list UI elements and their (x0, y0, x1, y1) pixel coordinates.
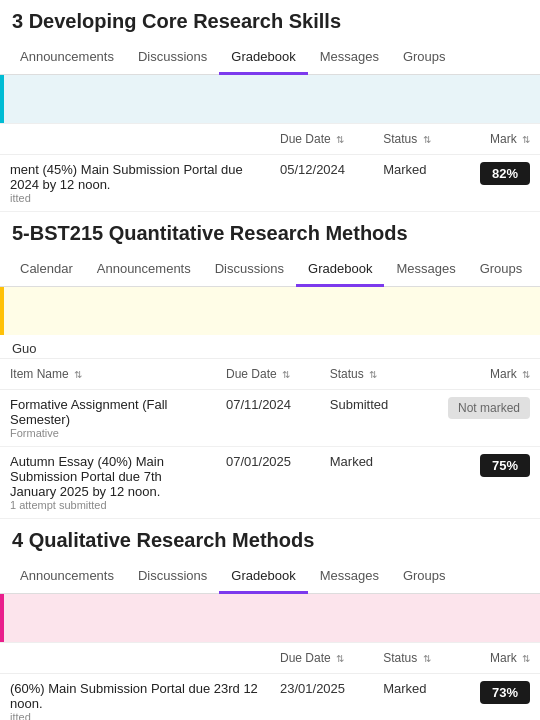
item-name-cell-2-1: Autumn Essay (40%) Main Submission Porta… (0, 447, 216, 519)
col-status-1[interactable]: Status ⇅ (373, 124, 455, 155)
item-name-3-0: (60%) Main Submission Portal due 23rd 12… (10, 681, 260, 711)
sort-mark-3: ⇅ (522, 653, 530, 664)
item-name-2-0: Formative Assignment (Fall Semester) (10, 397, 206, 427)
status-2-1: Marked (320, 447, 416, 519)
col-status-2[interactable]: Status ⇅ (320, 359, 416, 390)
tab-messages-2[interactable]: Messages (384, 253, 467, 287)
sort-status-1: ⇅ (423, 134, 431, 145)
course-title-3: 4 Qualitative Research Methods (0, 519, 540, 560)
due-date-1-0: 05/12/2024 (270, 155, 373, 212)
nav-tabs-2: Calendar Announcements Discussions Grade… (0, 253, 540, 287)
item-name-cell-2-0: Formative Assignment (Fall Semester) For… (0, 390, 216, 447)
tab-discussions-1[interactable]: Discussions (126, 41, 219, 75)
course-banner-2 (0, 287, 540, 335)
item-note-2-1: 1 attempt submitted (10, 499, 206, 511)
tab-messages-1[interactable]: Messages (308, 41, 391, 75)
nav-tabs-3: Announcements Discussions Gradebook Mess… (0, 560, 540, 594)
course-title-2: 5-BST215 Quantitative Research Methods (0, 212, 540, 253)
mark-badge-1-0: 82% (480, 162, 530, 185)
gradebook-table-2: Item Name ⇅ Due Date ⇅ Status ⇅ Mark ⇅ (0, 358, 540, 519)
course-banner-3 (0, 594, 540, 642)
item-name-1-0: ment (45%) Main Submission Portal due 20… (10, 162, 260, 192)
sort-duedate-2: ⇅ (282, 369, 290, 380)
table-row: ment (45%) Main Submission Portal due 20… (0, 155, 540, 212)
col-duedate-3[interactable]: Due Date ⇅ (270, 643, 373, 674)
tab-discussions-2[interactable]: Discussions (203, 253, 296, 287)
mark-cell-3-0: 73% (455, 674, 540, 721)
col-item-2[interactable]: Item Name ⇅ (0, 359, 216, 390)
status-3-0: Marked (373, 674, 455, 721)
sort-mark-2: ⇅ (522, 369, 530, 380)
due-date-3-0: 23/01/2025 (270, 674, 373, 721)
col-duedate-1[interactable]: Due Date ⇅ (270, 124, 373, 155)
tab-announcements-2[interactable]: Announcements (85, 253, 203, 287)
item-name-cell-3-0: (60%) Main Submission Portal due 23rd 12… (0, 674, 270, 721)
tab-discussions-3[interactable]: Discussions (126, 560, 219, 594)
tab-calendar-2[interactable]: Calendar (8, 253, 85, 287)
gradebook-table-1: Due Date ⇅ Status ⇅ Mark ⇅ ment (45%) Ma… (0, 123, 540, 212)
item-name-2-1: Autumn Essay (40%) Main Submission Porta… (10, 454, 206, 499)
sort-item-2: ⇅ (74, 369, 82, 380)
col-mark-1[interactable]: Mark ⇅ (455, 124, 540, 155)
tab-announcements-1[interactable]: Announcements (8, 41, 126, 75)
gradebook-table-3: Due Date ⇅ Status ⇅ Mark ⇅ (60%) Main Su… (0, 642, 540, 720)
col-status-3[interactable]: Status ⇅ (373, 643, 455, 674)
col-mark-3[interactable]: Mark ⇅ (455, 643, 540, 674)
sort-duedate-1: ⇅ (336, 134, 344, 145)
item-sub-1-0: itted (10, 192, 260, 204)
tab-groups-3[interactable]: Groups (391, 560, 458, 594)
status-1-0: Marked (373, 155, 455, 212)
sort-status-3: ⇅ (423, 653, 431, 664)
mark-cell-2-1: 75% (416, 447, 540, 519)
course-banner-1 (0, 75, 540, 123)
course-section-1: 3 Developing Core Research Skills Announ… (0, 0, 540, 212)
due-date-2-1: 07/01/2025 (216, 447, 320, 519)
tab-messages-3[interactable]: Messages (308, 560, 391, 594)
course-title-1: 3 Developing Core Research Skills (0, 0, 540, 41)
col-duedate-2[interactable]: Due Date ⇅ (216, 359, 320, 390)
mark-cell-2-0: Not marked (416, 390, 540, 447)
user-label-2: Guo (0, 335, 540, 358)
col-item-1 (0, 124, 270, 155)
tab-groups-2[interactable]: Groups (468, 253, 535, 287)
col-item-3 (0, 643, 270, 674)
table-row: Autumn Essay (40%) Main Submission Porta… (0, 447, 540, 519)
sort-status-2: ⇅ (369, 369, 377, 380)
mark-cell-1-0: 82% (455, 155, 540, 212)
mark-notmarked-2-0: Not marked (448, 397, 530, 419)
table-row: Formative Assignment (Fall Semester) For… (0, 390, 540, 447)
nav-tabs-1: Announcements Discussions Gradebook Mess… (0, 41, 540, 75)
table-row: (60%) Main Submission Portal due 23rd 12… (0, 674, 540, 721)
tab-gradebook-1[interactable]: Gradebook (219, 41, 307, 75)
item-sub-3-0: itted (10, 711, 260, 720)
col-mark-2[interactable]: Mark ⇅ (416, 359, 540, 390)
course-section-2: 5-BST215 Quantitative Research Methods C… (0, 212, 540, 519)
sort-mark-1: ⇅ (522, 134, 530, 145)
item-sub-2-0: Formative (10, 427, 206, 439)
tab-announcements-3[interactable]: Announcements (8, 560, 126, 594)
status-2-0: Submitted (320, 390, 416, 447)
tab-gradebook-2[interactable]: Gradebook (296, 253, 384, 287)
tab-groups-1[interactable]: Groups (391, 41, 458, 75)
item-name-cell-1-0: ment (45%) Main Submission Portal due 20… (0, 155, 270, 212)
course-section-3: 4 Qualitative Research Methods Announcem… (0, 519, 540, 720)
tab-gradebook-3[interactable]: Gradebook (219, 560, 307, 594)
due-date-2-0: 07/11/2024 (216, 390, 320, 447)
mark-badge-3-0: 73% (480, 681, 530, 704)
mark-badge-2-1: 75% (480, 454, 530, 477)
sort-duedate-3: ⇅ (336, 653, 344, 664)
